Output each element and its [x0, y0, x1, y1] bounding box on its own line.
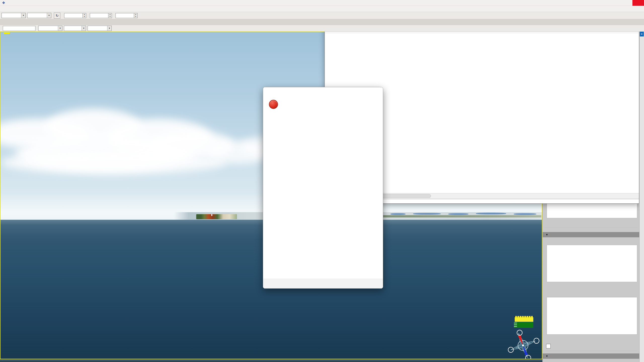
tags-combo[interactable]: ▼	[64, 26, 86, 31]
compass-rose[interactable]	[508, 330, 538, 359]
object-combo[interactable]: ▼	[2, 13, 26, 18]
z-coordinate-field: ▲▼	[114, 13, 138, 18]
x-stepper[interactable]: ▲▼	[83, 13, 86, 18]
dialogs-listbox[interactable]	[547, 245, 637, 282]
maximize-button[interactable]	[622, 0, 632, 6]
chevron-down-icon: ▼	[82, 26, 86, 31]
speeches-listbox[interactable]	[547, 297, 637, 335]
compass-east-label	[508, 347, 514, 353]
editor-toolbar: ▼ ▼ ▼	[0, 25, 644, 32]
dialogs-section-header[interactable]: ▼	[543, 232, 639, 237]
compass-west-label	[534, 338, 539, 344]
chevron-down-icon: ▼	[21, 13, 25, 18]
object-search-input[interactable]	[3, 26, 35, 31]
cloud	[1, 151, 227, 174]
compass-south-label	[517, 330, 522, 336]
armada-combo[interactable]: ▼	[38, 26, 62, 31]
compass-heading-readout	[515, 316, 533, 322]
refresh-icon[interactable]: ↻	[54, 13, 60, 19]
main-toolbar: ▼ ▼ ↻ ▲▼ ▲▼ ▲▼	[0, 12, 644, 19]
fatal-error-dialog[interactable]	[263, 87, 383, 289]
y-stepper[interactable]: ▲▼	[108, 13, 112, 18]
compass-pitch-readout	[514, 322, 533, 328]
show-localized-speeches-checkbox[interactable]	[546, 344, 551, 348]
dialog-titlebar[interactable]	[263, 87, 383, 94]
boat	[211, 214, 212, 216]
window-titlebar: ❖	[0, 0, 644, 6]
filter-combo[interactable]: ▼	[27, 13, 51, 18]
plugin-tabs	[0, 19, 644, 25]
right-dock-strip: ✕	[639, 26, 644, 362]
menu-bar	[0, 6, 644, 12]
minimize-button[interactable]	[611, 0, 622, 6]
coast-trees	[196, 214, 237, 219]
camera-view-label[interactable]	[4, 32, 10, 34]
z-input[interactable]	[115, 13, 134, 18]
chevron-down-icon: ▼	[58, 26, 62, 31]
compass-north-label	[525, 355, 531, 359]
dialog-close-icon[interactable]	[373, 88, 380, 94]
dialog-button-strip	[263, 279, 383, 289]
z-stepper[interactable]: ▲▼	[134, 13, 138, 18]
language-combo[interactable]: ▼	[88, 26, 112, 31]
dock-close-icon[interactable]: ✕	[640, 31, 644, 36]
y-coordinate-field: ▲▼	[89, 13, 112, 18]
airfields-section-header[interactable]: ▼	[543, 353, 639, 359]
collapse-triangle-icon: ▼	[546, 233, 548, 236]
collapse-triangle-icon: ▼	[546, 355, 548, 357]
error-icon	[269, 100, 278, 109]
status-bar	[0, 359, 542, 362]
x-coordinate-field: ▲▼	[63, 13, 86, 18]
y-input[interactable]	[90, 13, 108, 18]
close-button[interactable]	[632, 0, 644, 6]
app-icon: ❖	[2, 1, 5, 5]
show-localized-speeches-row	[546, 344, 553, 348]
chevron-down-icon: ▼	[47, 13, 51, 18]
x-input[interactable]	[64, 13, 83, 18]
chevron-down-icon: ▼	[107, 26, 111, 31]
